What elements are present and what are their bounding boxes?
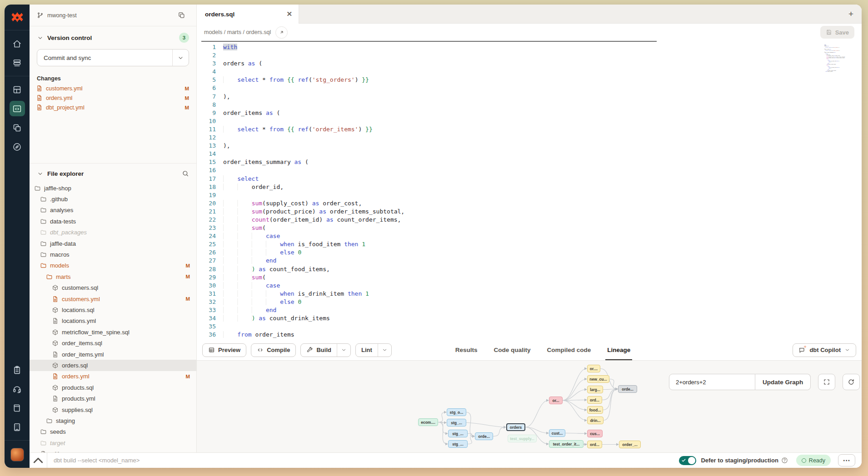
lineage-node-yor[interactable]: or.... (587, 365, 600, 372)
rail-compass-icon[interactable] (10, 139, 25, 154)
tree-item-data-tests[interactable]: data-tests (30, 216, 196, 227)
save-button[interactable]: Save (820, 26, 854, 39)
lineage-node-ydrin[interactable]: drin... (587, 416, 604, 424)
tab-code-quality[interactable]: Code quality (494, 340, 531, 360)
tree-item-order-items-sql[interactable]: order_items.sql (30, 337, 196, 348)
tree-item-customers-yml[interactable]: customers.yml M (30, 293, 196, 304)
lineage-node-yfood[interactable]: food... (587, 406, 603, 414)
tree-item-customers-sql[interactable]: customers.sql (30, 283, 196, 293)
copy-icon[interactable] (178, 11, 185, 19)
tree-item-analyses[interactable]: analyses (30, 205, 196, 216)
rail-projects-icon[interactable] (10, 120, 25, 135)
close-icon[interactable]: ✕ (286, 10, 292, 18)
commit-action-select[interactable]: Commit and sync (37, 49, 189, 66)
fullscreen-button[interactable] (818, 374, 835, 390)
lineage-panel[interactable]: ecom....stg_o...stg_...stg_...stg_...ord… (197, 360, 862, 452)
search-icon[interactable] (182, 170, 189, 177)
rail-grid-icon[interactable] (10, 82, 25, 97)
defer-toggle[interactable] (679, 456, 696, 465)
tree-item-seeds[interactable]: seeds (30, 426, 196, 437)
tab-orders-sql[interactable]: orders.sql ✕ (197, 5, 299, 24)
dbt-logo-icon[interactable] (10, 10, 25, 25)
user-avatar[interactable] (10, 448, 24, 461)
lineage-node-stg4[interactable]: stg_... (448, 440, 468, 448)
tree-item-marts[interactable]: marts M (30, 271, 196, 282)
more-options-button[interactable]: ⋯ (838, 454, 855, 466)
lineage-node-pcus[interactable]: cus... (587, 430, 603, 437)
code-line: 16 (197, 166, 862, 174)
tree-item-macros[interactable]: macros (30, 249, 196, 260)
modified-flag: M (185, 374, 190, 379)
lineage-node-gorde[interactable]: orde... (618, 385, 637, 393)
lint-button[interactable]: Lint (355, 343, 392, 357)
changed-file-dbt_project.yml[interactable]: dbt_project.yml M (30, 103, 196, 112)
tree-item--github[interactable]: .github (30, 193, 196, 204)
tree-item-jaffle-shop[interactable]: jaffle-shop (30, 183, 196, 193)
tree-item-label: macros (50, 251, 190, 258)
tree-item-locations-sql[interactable]: locations.sql (30, 304, 196, 315)
lineage-node-orders[interactable]: orders (506, 423, 525, 431)
tree-item-label: data-tests (50, 218, 190, 225)
refresh-button[interactable] (843, 374, 860, 390)
line-number: 10 (197, 117, 223, 125)
lineage-node-cust[interactable]: cust... (549, 429, 565, 437)
rail-home-icon[interactable] (10, 36, 25, 51)
lineage-filter-input[interactable]: 2+orders+2 (669, 374, 755, 390)
file-explorer-header[interactable]: File explorer (30, 164, 196, 181)
rail-clipboard-icon[interactable] (10, 362, 25, 377)
tree-item-order-items-yml[interactable]: order_items.yml (30, 349, 196, 360)
changed-file-orders.yml[interactable]: orders.yml M (30, 93, 196, 103)
chevron-up-icon[interactable] (30, 452, 47, 468)
lineage-node-testorder[interactable]: test_order_it... (549, 440, 584, 448)
tree-item-models[interactable]: models M (30, 260, 196, 271)
lineage-node-yord2[interactable]: ord... (587, 441, 602, 448)
tree-item-orders-sql[interactable]: orders.sql (30, 360, 196, 371)
tree-item-orders-yml[interactable]: orders.yml M (30, 371, 196, 382)
lineage-node-stg1[interactable]: stg_o... (447, 408, 466, 416)
lineage-node-orpink[interactable]: or... (549, 397, 563, 404)
rail-book-icon[interactable] (10, 400, 25, 416)
lineage-node-testsupply[interactable]: test_supply... (508, 435, 537, 442)
tab-lineage[interactable]: Lineage (607, 340, 630, 360)
changed-file-customers.yml[interactable]: customers.yml M (30, 84, 196, 93)
tree-item-metricflow-time-spine-sql[interactable]: metricflow_time_spine.sql (30, 327, 196, 337)
rail-develop-icon[interactable] (10, 101, 25, 116)
tree-item-supplies-sql[interactable]: supplies.sql (30, 404, 196, 415)
lineage-node-orde1[interactable]: orde... (475, 432, 493, 440)
help-icon[interactable] (781, 457, 788, 464)
lineage-node-yorder2[interactable]: order_... (619, 441, 641, 448)
version-control-header[interactable]: Version control 3 (30, 26, 196, 46)
lineage-node-stg3[interactable]: stg_... (448, 430, 468, 437)
tree-item-products-yml[interactable]: products.yml (30, 393, 196, 404)
line-number: 13 (197, 142, 223, 150)
tree-item-products-sql[interactable]: products.sql (30, 382, 196, 393)
lineage-node-yord[interactable]: ord... (587, 396, 602, 404)
compile-button[interactable]: Compile (251, 343, 296, 357)
rail-building-icon[interactable] (10, 419, 25, 435)
tree-item-locations-yml[interactable]: locations.yml (30, 316, 196, 327)
code-content[interactable]: 1with23orders as (45 select * from {{ re… (197, 41, 862, 340)
chevron-down-icon[interactable] (378, 344, 391, 357)
code-editor[interactable]: 1with23orders as (45 select * from {{ re… (197, 41, 862, 340)
dbt-copilot-button[interactable]: dbt Copilot (793, 343, 856, 357)
lineage-node-stg2[interactable]: stg_... (447, 419, 466, 426)
tab-results[interactable]: Results (455, 340, 478, 360)
tree-item-jaffle-data[interactable]: jaffle-data (30, 238, 196, 249)
tree-item-label: locations.yml (62, 317, 190, 324)
build-button[interactable]: Build (300, 343, 351, 357)
lineage-node-ylarg[interactable]: larg... (587, 386, 603, 393)
tab-compiled-code[interactable]: Compiled code (547, 340, 591, 360)
rail-headset-icon[interactable] (10, 381, 25, 397)
open-in-lineage-button[interactable] (275, 26, 288, 39)
command-input[interactable]: dbt build --select <model_name> (47, 457, 679, 464)
new-tab-plus-icon[interactable]: + (848, 9, 853, 19)
tree-item-target[interactable]: target (30, 437, 196, 448)
lineage-node-ynew[interactable]: new_cu... (587, 375, 609, 383)
tree-item-dbt-packages[interactable]: dbt_packages (30, 227, 196, 238)
lineage-node-ecom[interactable]: ecom.... (418, 418, 438, 426)
rail-stack-icon[interactable] (10, 55, 25, 70)
update-graph-button[interactable]: Update Graph (755, 374, 811, 390)
tree-item-staging[interactable]: staging (30, 415, 196, 426)
preview-button[interactable]: Preview (202, 343, 246, 357)
chevron-down-icon[interactable] (337, 344, 350, 357)
